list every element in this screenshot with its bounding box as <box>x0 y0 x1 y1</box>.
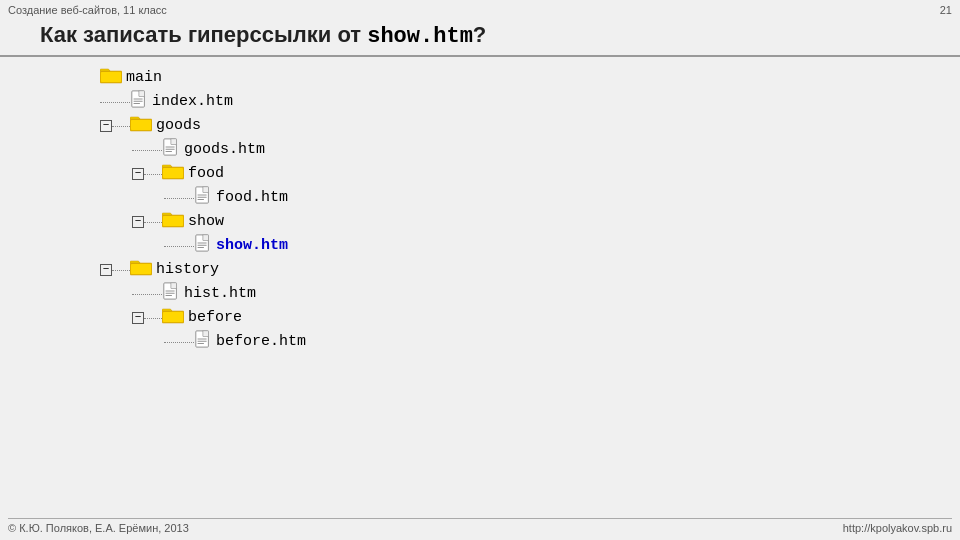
svg-rect-1 <box>101 72 121 82</box>
toggle-box[interactable]: − <box>132 312 144 324</box>
tree-node-food_htm: food.htm <box>100 186 920 209</box>
file-icon <box>162 282 180 305</box>
node-label-hist_htm: hist.htm <box>184 285 256 302</box>
node-label-before: before <box>188 309 242 326</box>
tree-node-before_htm: before.htm <box>100 330 920 353</box>
tree-node-main: main <box>100 66 920 89</box>
node-label-main: main <box>126 69 162 86</box>
file-icon <box>194 330 212 353</box>
svg-rect-29 <box>131 264 151 274</box>
footer-right: http://kpolyakov.spb.ru <box>843 522 952 534</box>
folder-icon <box>130 258 152 281</box>
folder-icon <box>130 114 152 137</box>
node-label-goods: goods <box>156 117 201 134</box>
svg-rect-3 <box>139 91 144 96</box>
toggle-box[interactable]: − <box>132 216 144 228</box>
tree-node-goods: − goods <box>100 114 920 137</box>
slide-number: 21 <box>940 4 952 16</box>
file-tree: main index.htm− goods goods.htm− food fo… <box>0 63 960 353</box>
svg-rect-31 <box>171 283 176 288</box>
svg-rect-17 <box>203 187 208 192</box>
svg-rect-36 <box>163 312 183 322</box>
node-label-index: index.htm <box>152 93 233 110</box>
subject-label: Создание веб-сайтов, 11 класс <box>8 4 167 16</box>
footer-left: © К.Ю. Поляков, Е.А. Ерёмин, 2013 <box>8 522 189 534</box>
svg-rect-10 <box>171 139 176 144</box>
tree-node-show_htm: show.htm <box>100 234 920 257</box>
folder-icon <box>162 306 184 329</box>
toggle-box[interactable]: − <box>132 168 144 180</box>
file-icon <box>162 138 180 161</box>
page-footer: © К.Ю. Поляков, Е.А. Ерёмин, 2013 http:/… <box>8 518 952 534</box>
svg-rect-8 <box>131 120 151 130</box>
svg-rect-24 <box>203 235 208 240</box>
node-label-show_htm: show.htm <box>216 237 288 254</box>
tree-node-goods_htm: goods.htm <box>100 138 920 161</box>
node-label-show: show <box>188 213 224 230</box>
file-icon <box>194 234 212 257</box>
tree-node-show: − show <box>100 210 920 233</box>
page-title: Как записать гиперссылки от show.htm? <box>40 22 920 49</box>
tree-node-hist_htm: hist.htm <box>100 282 920 305</box>
svg-rect-38 <box>203 331 208 336</box>
folder-icon <box>100 66 122 89</box>
tree-node-index: index.htm <box>100 90 920 113</box>
node-label-goods_htm: goods.htm <box>184 141 265 158</box>
file-icon <box>130 90 148 113</box>
svg-rect-15 <box>163 168 183 178</box>
toggle-box[interactable]: − <box>100 264 112 276</box>
node-label-before_htm: before.htm <box>216 333 306 350</box>
page-header: Создание веб-сайтов, 11 класс 21 <box>0 0 960 18</box>
folder-icon <box>162 210 184 233</box>
folder-icon <box>162 162 184 185</box>
tree-node-before: − before <box>100 306 920 329</box>
title-section: Как записать гиперссылки от show.htm? <box>0 18 960 57</box>
tree-node-food: − food <box>100 162 920 185</box>
toggle-box[interactable]: − <box>100 120 112 132</box>
file-icon <box>194 186 212 209</box>
node-label-history: history <box>156 261 219 278</box>
tree-node-history: − history <box>100 258 920 281</box>
node-label-food: food <box>188 165 224 182</box>
svg-rect-22 <box>163 216 183 226</box>
node-label-food_htm: food.htm <box>216 189 288 206</box>
